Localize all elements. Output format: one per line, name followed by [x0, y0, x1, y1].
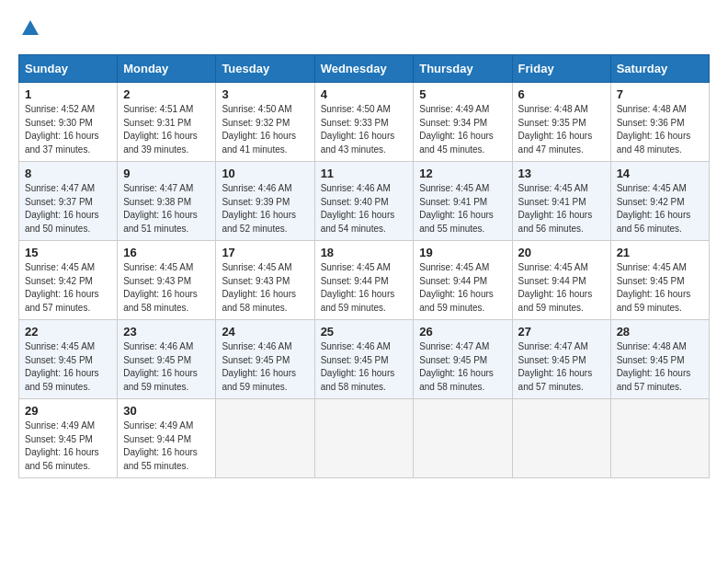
day-info: Sunrise: 4:47 AM Sunset: 9:38 PM Dayligh… — [123, 182, 210, 236]
calendar-cell: 22Sunrise: 4:45 AM Sunset: 9:45 PM Dayli… — [19, 320, 118, 399]
day-number: 5 — [419, 87, 506, 101]
calendar-cell — [314, 399, 414, 478]
calendar-cell: 1Sunrise: 4:52 AM Sunset: 9:30 PM Daylig… — [19, 83, 118, 162]
day-number: 4 — [321, 87, 408, 101]
day-number: 22 — [25, 325, 111, 339]
calendar-header-friday: Friday — [512, 55, 610, 83]
day-number: 6 — [518, 87, 605, 101]
day-number: 27 — [518, 325, 605, 339]
day-number: 30 — [123, 404, 210, 418]
day-number: 29 — [25, 404, 111, 418]
logo-icon — [20, 18, 40, 39]
calendar-week-row: 8Sunrise: 4:47 AM Sunset: 9:37 PM Daylig… — [19, 162, 710, 241]
day-info: Sunrise: 4:48 AM Sunset: 9:35 PM Dayligh… — [518, 103, 605, 156]
day-info: Sunrise: 4:49 AM Sunset: 9:34 PM Dayligh… — [419, 103, 506, 156]
calendar-header-wednesday: Wednesday — [314, 55, 414, 83]
day-number: 13 — [518, 167, 605, 180]
day-info: Sunrise: 4:47 AM Sunset: 9:37 PM Dayligh… — [25, 182, 111, 236]
day-info: Sunrise: 4:46 AM Sunset: 9:45 PM Dayligh… — [222, 340, 308, 394]
day-info: Sunrise: 4:48 AM Sunset: 9:45 PM Dayligh… — [617, 340, 703, 394]
calendar-cell: 13Sunrise: 4:45 AM Sunset: 9:41 PM Dayli… — [512, 162, 610, 241]
day-info: Sunrise: 4:45 AM Sunset: 9:45 PM Dayligh… — [617, 261, 703, 315]
calendar-cell — [216, 399, 314, 478]
day-number: 8 — [25, 167, 111, 180]
day-number: 2 — [123, 87, 210, 101]
day-info: Sunrise: 4:50 AM Sunset: 9:33 PM Dayligh… — [321, 103, 408, 156]
day-info: Sunrise: 4:51 AM Sunset: 9:31 PM Dayligh… — [123, 103, 210, 156]
day-info: Sunrise: 4:45 AM Sunset: 9:42 PM Dayligh… — [617, 182, 703, 236]
calendar-cell: 18Sunrise: 4:45 AM Sunset: 9:44 PM Dayli… — [314, 241, 414, 320]
day-number: 20 — [518, 246, 605, 259]
day-number: 12 — [419, 167, 506, 180]
logo — [18, 18, 40, 43]
calendar-cell: 19Sunrise: 4:45 AM Sunset: 9:44 PM Dayli… — [414, 241, 512, 320]
calendar-cell — [414, 399, 512, 478]
calendar-cell: 5Sunrise: 4:49 AM Sunset: 9:34 PM Daylig… — [414, 83, 512, 162]
calendar-cell: 24Sunrise: 4:46 AM Sunset: 9:45 PM Dayli… — [216, 320, 314, 399]
calendar-cell: 23Sunrise: 4:46 AM Sunset: 9:45 PM Dayli… — [118, 320, 216, 399]
calendar-week-row: 1Sunrise: 4:52 AM Sunset: 9:30 PM Daylig… — [19, 83, 710, 162]
calendar-cell — [610, 399, 709, 478]
calendar-cell: 14Sunrise: 4:45 AM Sunset: 9:42 PM Dayli… — [610, 162, 709, 241]
day-number: 7 — [617, 87, 703, 101]
calendar-cell: 6Sunrise: 4:48 AM Sunset: 9:35 PM Daylig… — [512, 83, 610, 162]
day-number: 11 — [321, 167, 408, 180]
day-info: Sunrise: 4:46 AM Sunset: 9:45 PM Dayligh… — [123, 340, 210, 394]
day-info: Sunrise: 4:46 AM Sunset: 9:39 PM Dayligh… — [222, 182, 308, 236]
day-info: Sunrise: 4:49 AM Sunset: 9:45 PM Dayligh… — [25, 419, 111, 473]
calendar-week-row: 22Sunrise: 4:45 AM Sunset: 9:45 PM Dayli… — [19, 320, 710, 399]
day-number: 16 — [123, 246, 210, 259]
calendar-cell: 9Sunrise: 4:47 AM Sunset: 9:38 PM Daylig… — [118, 162, 216, 241]
calendar-cell: 20Sunrise: 4:45 AM Sunset: 9:44 PM Dayli… — [512, 241, 610, 320]
day-info: Sunrise: 4:46 AM Sunset: 9:40 PM Dayligh… — [321, 182, 408, 236]
day-info: Sunrise: 4:50 AM Sunset: 9:32 PM Dayligh… — [222, 103, 308, 156]
calendar-cell: 26Sunrise: 4:47 AM Sunset: 9:45 PM Dayli… — [414, 320, 512, 399]
calendar-cell: 3Sunrise: 4:50 AM Sunset: 9:32 PM Daylig… — [216, 83, 314, 162]
calendar-cell — [512, 399, 610, 478]
day-number: 25 — [321, 325, 408, 339]
day-number: 21 — [617, 246, 703, 259]
day-info: Sunrise: 4:46 AM Sunset: 9:45 PM Dayligh… — [321, 340, 408, 394]
calendar-header-sunday: Sunday — [19, 55, 118, 83]
day-info: Sunrise: 4:45 AM Sunset: 9:44 PM Dayligh… — [321, 261, 408, 315]
calendar-cell: 10Sunrise: 4:46 AM Sunset: 9:39 PM Dayli… — [216, 162, 314, 241]
day-number: 23 — [123, 325, 210, 339]
day-number: 10 — [222, 167, 308, 180]
calendar-header-monday: Monday — [118, 55, 216, 83]
calendar-header-thursday: Thursday — [414, 55, 512, 83]
day-info: Sunrise: 4:45 AM Sunset: 9:41 PM Dayligh… — [419, 182, 506, 236]
calendar-header-tuesday: Tuesday — [216, 55, 314, 83]
day-info: Sunrise: 4:45 AM Sunset: 9:41 PM Dayligh… — [518, 182, 605, 236]
calendar-cell: 2Sunrise: 4:51 AM Sunset: 9:31 PM Daylig… — [118, 83, 216, 162]
calendar-week-row: 29Sunrise: 4:49 AM Sunset: 9:45 PM Dayli… — [19, 399, 710, 478]
calendar-cell: 11Sunrise: 4:46 AM Sunset: 9:40 PM Dayli… — [314, 162, 414, 241]
calendar-cell: 4Sunrise: 4:50 AM Sunset: 9:33 PM Daylig… — [314, 83, 414, 162]
day-number: 15 — [25, 246, 111, 259]
calendar-cell: 25Sunrise: 4:46 AM Sunset: 9:45 PM Dayli… — [314, 320, 414, 399]
day-info: Sunrise: 4:45 AM Sunset: 9:43 PM Dayligh… — [123, 261, 210, 315]
day-info: Sunrise: 4:45 AM Sunset: 9:43 PM Dayligh… — [222, 261, 308, 315]
day-number: 1 — [25, 87, 111, 101]
day-info: Sunrise: 4:45 AM Sunset: 9:44 PM Dayligh… — [419, 261, 506, 315]
calendar-cell: 15Sunrise: 4:45 AM Sunset: 9:42 PM Dayli… — [19, 241, 118, 320]
day-number: 3 — [222, 87, 308, 101]
day-info: Sunrise: 4:45 AM Sunset: 9:42 PM Dayligh… — [25, 261, 111, 315]
calendar-cell: 12Sunrise: 4:45 AM Sunset: 9:41 PM Dayli… — [414, 162, 512, 241]
day-info: Sunrise: 4:48 AM Sunset: 9:36 PM Dayligh… — [617, 103, 703, 156]
calendar-table: SundayMondayTuesdayWednesdayThursdayFrid… — [18, 54, 710, 478]
calendar-cell: 29Sunrise: 4:49 AM Sunset: 9:45 PM Dayli… — [19, 399, 118, 478]
day-number: 14 — [617, 167, 703, 180]
calendar-week-row: 15Sunrise: 4:45 AM Sunset: 9:42 PM Dayli… — [19, 241, 710, 320]
page-header — [18, 18, 710, 43]
day-number: 19 — [419, 246, 506, 259]
calendar-cell: 21Sunrise: 4:45 AM Sunset: 9:45 PM Dayli… — [610, 241, 709, 320]
calendar-cell: 16Sunrise: 4:45 AM Sunset: 9:43 PM Dayli… — [118, 241, 216, 320]
day-info: Sunrise: 4:49 AM Sunset: 9:44 PM Dayligh… — [123, 419, 210, 473]
day-info: Sunrise: 4:52 AM Sunset: 9:30 PM Dayligh… — [25, 103, 111, 156]
day-number: 17 — [222, 246, 308, 259]
day-number: 9 — [123, 167, 210, 180]
calendar-cell: 7Sunrise: 4:48 AM Sunset: 9:36 PM Daylig… — [610, 83, 709, 162]
day-info: Sunrise: 4:45 AM Sunset: 9:45 PM Dayligh… — [25, 340, 111, 394]
calendar-cell: 28Sunrise: 4:48 AM Sunset: 9:45 PM Dayli… — [610, 320, 709, 399]
day-number: 28 — [617, 325, 703, 339]
